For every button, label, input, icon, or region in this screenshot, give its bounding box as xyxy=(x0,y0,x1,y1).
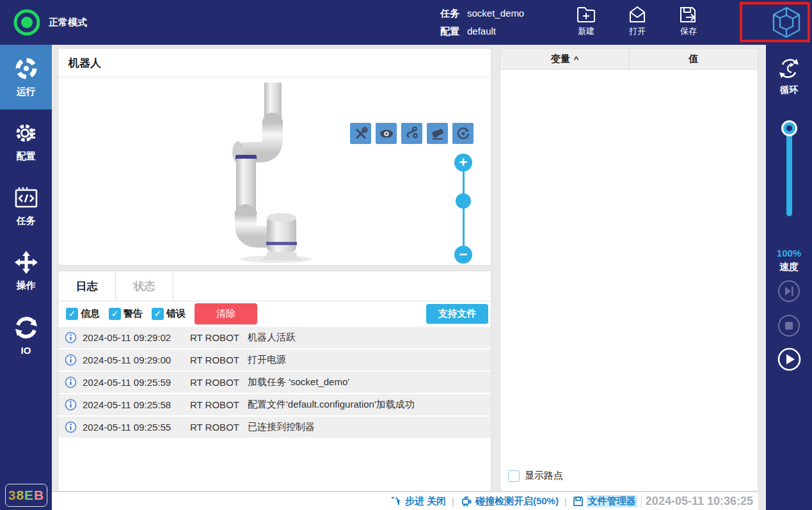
app-logo-icon xyxy=(772,6,801,38)
file-manager-icon xyxy=(573,496,584,507)
zoom-slider-knob[interactable] xyxy=(456,193,471,209)
support-file-button[interactable]: 支持文件 xyxy=(426,304,488,324)
log-source: RT ROBOT xyxy=(190,355,248,365)
system-timestamp: 2024-05-11 10:36:25 xyxy=(641,495,757,508)
new-folder-icon xyxy=(576,5,596,24)
log-message: 已连接到控制器 xyxy=(248,421,315,433)
log-source: RT ROBOT xyxy=(190,399,248,410)
move-arrows-icon xyxy=(14,250,38,275)
normal-mode-status-icon xyxy=(13,8,41,36)
zoom-out-button[interactable]: − xyxy=(454,246,472,264)
sidebar-item-task[interactable]: 任务 xyxy=(0,174,52,239)
io-cycle-icon xyxy=(14,315,38,340)
log-time: 2024-05-11 09:25:55 xyxy=(83,422,190,433)
robot-panel-title: 机器人 xyxy=(58,49,491,77)
step-mode-toggle[interactable]: 步进 关闭 xyxy=(390,495,446,507)
log-row[interactable]: 2024-05-11 09:29:00 RT ROBOT 打开电源 xyxy=(58,349,491,371)
badge-char: 8 xyxy=(16,488,24,503)
file-manager-button[interactable]: 文件管理器 xyxy=(573,495,637,507)
path-button[interactable] xyxy=(401,123,422,144)
eraser-icon xyxy=(431,127,445,141)
file-manager-text: 文件管理器 xyxy=(587,495,637,507)
status-bar: 步进 关闭 | 碰撞检测开启(50%) | 文件管理器 2024-05-11 1… xyxy=(52,491,758,510)
robot-3d-viewport[interactable]: + − xyxy=(58,78,491,265)
log-message: 加载任务 'socket_demo' xyxy=(248,376,349,388)
top-bar: 正常模式 任务 socket_demo 配置 default 新建 打开 xyxy=(0,0,812,45)
separator: | xyxy=(564,496,567,507)
logo-highlight-box[interactable] xyxy=(740,2,810,42)
loop-control[interactable]: 循环 xyxy=(766,56,812,96)
variables-panel: 变量 ^ 值 显示路点 xyxy=(500,48,758,491)
log-filter-row: ✓ 信息 ✓ 警告 ✓ 错误 清除 支持文件 xyxy=(58,301,491,326)
wrench-screwdriver-icon xyxy=(354,127,368,141)
left-sidebar: 运行 配置 任务 xyxy=(0,45,52,510)
info-filter-label: 信息 xyxy=(81,308,100,320)
tab-status[interactable]: 状态 xyxy=(116,271,173,301)
info-checkbox[interactable]: ✓ xyxy=(66,308,78,320)
open-envelope-icon xyxy=(627,5,648,24)
error-filter-label: 错误 xyxy=(166,308,186,320)
log-source: RT ROBOT xyxy=(190,332,248,343)
sidebar-item-io[interactable]: IO xyxy=(0,303,52,368)
log-message: 打开电源 xyxy=(248,354,286,366)
variable-column-label: 变量 xyxy=(551,53,570,65)
task-value: socket_demo xyxy=(467,4,524,22)
mode-label: 正常模式 xyxy=(49,17,87,29)
log-time: 2024-05-11 09:29:02 xyxy=(83,332,190,343)
speed-label: 速度 xyxy=(766,260,812,273)
sidebar-item-config[interactable]: 配置 xyxy=(0,109,52,174)
save-task-button[interactable]: 保存 xyxy=(668,5,709,37)
gear-icon xyxy=(14,121,38,145)
eye-icon xyxy=(379,127,394,141)
collision-detection-toggle[interactable]: 碰撞检测开启(50%) xyxy=(460,495,559,507)
show-waypoints-checkbox[interactable] xyxy=(508,470,520,482)
log-row[interactable]: 2024-05-11 09:25:55 RT ROBOT 已连接到控制器 xyxy=(58,417,491,438)
new-task-button[interactable]: 新建 xyxy=(566,5,607,37)
log-row[interactable]: 2024-05-11 09:25:58 RT ROBOT 配置文件'defaul… xyxy=(58,394,491,415)
viewport-toolbar xyxy=(350,123,474,144)
step-mode-text: 步进 关闭 xyxy=(405,495,446,507)
erase-button[interactable] xyxy=(427,123,448,144)
log-row[interactable]: 2024-05-11 09:29:02 RT ROBOT 机器人活跃 xyxy=(58,327,491,348)
trajectory-icon xyxy=(405,127,419,141)
step-mode-icon xyxy=(390,496,402,506)
value-column-header[interactable]: 值 xyxy=(629,49,758,69)
sidebar-item-run[interactable]: 运行 xyxy=(0,45,52,109)
visibility-button[interactable] xyxy=(376,123,397,144)
sidebar-item-operate[interactable]: 操作 xyxy=(0,239,52,303)
run-icon xyxy=(14,56,38,81)
speed-percent: 100% xyxy=(766,246,812,260)
open-task-button[interactable]: 打开 xyxy=(617,5,658,37)
speed-slider xyxy=(766,120,812,216)
clear-log-button[interactable]: 清除 xyxy=(195,303,257,324)
task-label: 任务 xyxy=(440,4,459,22)
play-button[interactable] xyxy=(777,347,801,371)
right-toolbar: 循环 100% 速度 xyxy=(766,45,812,510)
variable-column-header[interactable]: 变量 ^ xyxy=(500,49,629,69)
sidebar-item-label: IO xyxy=(21,345,31,356)
sidebar-item-label: 配置 xyxy=(17,150,36,163)
sidebar-item-label: 任务 xyxy=(17,215,36,227)
speed-slider-knob[interactable] xyxy=(781,120,797,136)
config-value: default xyxy=(467,22,496,40)
zoom-track[interactable] xyxy=(463,163,465,255)
log-row[interactable]: 2024-05-11 09:25:59 RT ROBOT 加载任务 'socke… xyxy=(58,372,491,393)
speed-slider-track[interactable] xyxy=(786,127,792,216)
info-icon xyxy=(65,421,83,433)
stop-button[interactable] xyxy=(777,314,800,337)
config-label: 配置 xyxy=(440,22,459,40)
zoom-in-button[interactable]: + xyxy=(454,154,472,171)
speed-readout: 100% 速度 xyxy=(766,246,812,273)
session-code-badge[interactable]: 3 8 E B xyxy=(5,484,47,507)
step-forward-button[interactable] xyxy=(777,280,800,303)
tools-settings-button[interactable] xyxy=(350,123,371,144)
task-config-info: 任务 socket_demo 配置 default xyxy=(440,4,524,40)
log-tab-row: 日志 状态 xyxy=(58,271,491,301)
open-label: 打开 xyxy=(629,26,646,37)
warning-checkbox[interactable]: ✓ xyxy=(109,308,121,320)
error-checkbox[interactable]: ✓ xyxy=(152,308,164,320)
info-icon xyxy=(65,376,83,388)
collision-icon xyxy=(460,496,472,507)
tab-log[interactable]: 日志 xyxy=(58,271,116,301)
rotate-view-button[interactable] xyxy=(452,123,474,144)
